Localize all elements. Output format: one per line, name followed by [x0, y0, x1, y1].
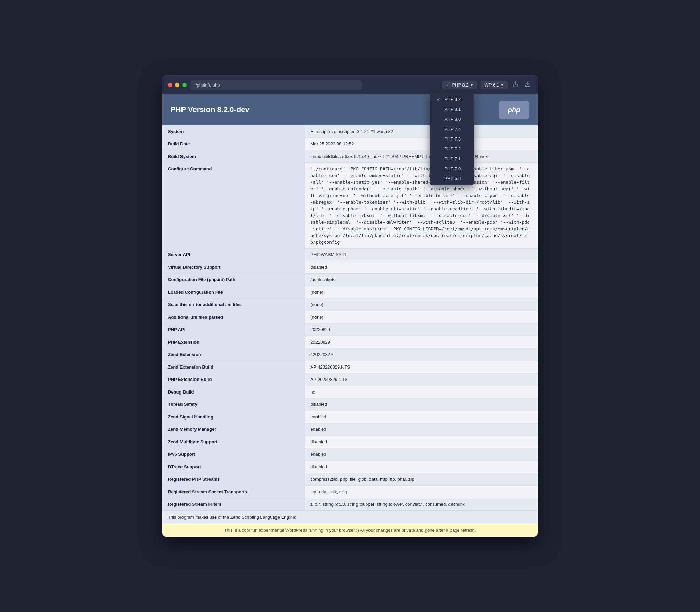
table-value: disabled — [305, 261, 538, 274]
table-row: Build DateMar 25 2023 08:12:52 — [162, 138, 538, 150]
table-row: Zend Extension420220829 — [162, 348, 538, 361]
table-row: Zend Memory Managerenabled — [162, 423, 538, 436]
check-placeholder: ✓ — [437, 156, 442, 161]
table-row: Zend Signal Handlingenabled — [162, 411, 538, 423]
table-row: Build SystemLinux buildkitsandbox 5.15.4… — [162, 150, 538, 163]
table-row: PHP Extension BuildAPI20220829,NTS — [162, 373, 538, 386]
page-content: PHP Version 8.2.0-dev php SystemEmscript… — [162, 94, 538, 523]
table-value: Linux buildkitsandbox 5.15.49-linuxkit #… — [305, 150, 538, 163]
table-key: Registered Stream Socket Transports — [162, 485, 305, 498]
table-key: Build Date — [162, 138, 305, 150]
table-value: enabled — [305, 448, 538, 461]
table-row: Virtual Directory Supportdisabled — [162, 261, 538, 274]
table-value: tcp, udp, unix, udg — [305, 485, 538, 498]
table-row: IPv6 Supportenabled — [162, 448, 538, 461]
dropdown-item-php80[interactable]: ✓ PHP 8.0 — [430, 114, 474, 124]
check-placeholder: ✓ — [437, 117, 442, 122]
table-row: PHP Extension20220829 — [162, 336, 538, 348]
php-version-button[interactable]: ✓ PHP 8.2 ▾ — [442, 81, 477, 89]
table-value: Mar 25 2023 08:12:52 — [305, 138, 538, 150]
table-value: compress.zlib, php, file, glob, data, ht… — [305, 473, 538, 486]
table-key: Configuration File (php.ini) Path — [162, 274, 305, 286]
table-key: Configure Command — [162, 163, 305, 249]
table-value: /usr/local/etc — [305, 274, 538, 286]
table-key: PHP API — [162, 323, 305, 336]
table-key: Zend Extension — [162, 348, 305, 361]
table-row: Additional .ini files parsed(none) — [162, 311, 538, 323]
dropdown-item-php73[interactable]: ✓ PHP 7.3 — [430, 134, 474, 144]
dropdown-item-php70[interactable]: ✓ PHP 7.0 — [430, 164, 474, 174]
table-value: disabled — [305, 461, 538, 473]
wp-version-button[interactable]: WP 6.1 ▾ — [481, 81, 508, 89]
php-check-icon: ✓ — [446, 82, 450, 88]
table-key: DTrace Support — [162, 461, 305, 473]
table-key: PHP Extension Build — [162, 373, 305, 386]
table-value: 20220829 — [305, 336, 538, 348]
table-value: enabled — [305, 423, 538, 436]
dropdown-item-php74[interactable]: ✓ PHP 7.4 — [430, 124, 474, 134]
table-row: Configure Command'./configure' 'PKG_CONF… — [162, 163, 538, 249]
php-version-title: PHP Version 8.2.0-dev — [171, 105, 250, 114]
table-row: Server APIPHP WASM SAPI — [162, 249, 538, 261]
table-key: Virtual Directory Support — [162, 261, 305, 274]
check-placeholder: ✓ — [437, 127, 442, 132]
table-value: './configure' 'PKG_CONFIG_PATH=/root/lib… — [305, 163, 538, 249]
table-row: Registered Stream Socket Transportstcp, … — [162, 485, 538, 498]
table-value: disabled — [305, 398, 538, 411]
table-key: Scan this dir for additional .ini files — [162, 298, 305, 311]
table-row: Scan this dir for additional .ini files(… — [162, 298, 538, 311]
table-key: Debug Build — [162, 386, 305, 398]
maximize-button[interactable] — [182, 83, 187, 87]
dropdown-item-php82[interactable]: ✓ PHP 8.2 — [430, 94, 474, 104]
table-value: (none) — [305, 311, 538, 323]
table-value: (none) — [305, 286, 538, 298]
table-key: IPv6 Support — [162, 448, 305, 461]
table-key: Zend Extension Build — [162, 361, 305, 373]
table-key: Zend Multibyte Support — [162, 436, 305, 448]
table-value: API420220829,NTS — [305, 361, 538, 373]
table-value: 420220829 — [305, 348, 538, 361]
dropdown-item-php71[interactable]: ✓ PHP 7.1 — [430, 154, 474, 164]
check-placeholder: ✓ — [437, 136, 442, 142]
share-button[interactable] — [511, 80, 520, 90]
titlebar: /phpinfo.php ✓ PHP 8.2 ✓ PHP 8.1 ✓ PHP 8… — [162, 76, 538, 94]
table-value: Emscripten emscripten 3.1.21 #1 wasm32 — [305, 125, 538, 138]
dropdown-item-php72[interactable]: ✓ PHP 7.2 — [430, 144, 474, 154]
table-row: Debug Buildno — [162, 386, 538, 398]
table-row: Thread Safetydisabled — [162, 398, 538, 411]
table-key: Build System — [162, 150, 305, 163]
dropdown-item-php81[interactable]: ✓ PHP 8.1 — [430, 104, 474, 114]
dropdown-item-php56[interactable]: ✓ PHP 5.6 — [430, 174, 474, 184]
php-version-dropdown: ✓ PHP 8.2 ✓ PHP 8.1 ✓ PHP 8.0 ✓ PHP 7.4 … — [430, 93, 474, 185]
main-window: /phpinfo.php ✓ PHP 8.2 ✓ PHP 8.1 ✓ PHP 8… — [162, 75, 538, 537]
table-key: Registered PHP Streams — [162, 473, 305, 486]
table-row: SystemEmscripten emscripten 3.1.21 #1 wa… — [162, 125, 538, 138]
table-key: Loaded Configuration File — [162, 286, 305, 298]
check-placeholder: ✓ — [437, 107, 442, 112]
table-row: Zend Multibyte Supportdisabled — [162, 436, 538, 448]
table-key: Thread Safety — [162, 398, 305, 411]
table-value: 20220829 — [305, 323, 538, 336]
close-button[interactable] — [168, 83, 172, 87]
check-icon: ✓ — [437, 97, 442, 102]
table-row: Registered Stream Filterszlib.*, string.… — [162, 498, 538, 511]
download-button[interactable] — [523, 80, 532, 90]
php-logo: php — [499, 101, 529, 119]
table-row: Zend Extension BuildAPI420220829,NTS — [162, 361, 538, 373]
minimize-button[interactable] — [175, 83, 179, 87]
table-value: (none) — [305, 298, 538, 311]
info-table: SystemEmscripten emscripten 3.1.21 #1 wa… — [162, 125, 538, 511]
table-value: enabled — [305, 411, 538, 423]
table-row: DTrace Supportdisabled — [162, 461, 538, 473]
table-row: Registered PHP Streamscompress.zlib, php… — [162, 473, 538, 486]
check-placeholder: ✓ — [437, 166, 442, 171]
footer-note: This program makes use of the Zend Scrip… — [162, 511, 538, 523]
check-placeholder: ✓ — [437, 176, 442, 181]
status-bar: This is a cool fun experimental WordPres… — [162, 523, 538, 537]
traffic-lights — [168, 83, 187, 87]
table-key: PHP Extension — [162, 336, 305, 348]
table-value: disabled — [305, 436, 538, 448]
table-value: zlib.*, string.rot13, string.toupper, st… — [305, 498, 538, 511]
url-bar[interactable]: /phpinfo.php — [191, 80, 362, 90]
table-value: no — [305, 386, 538, 398]
